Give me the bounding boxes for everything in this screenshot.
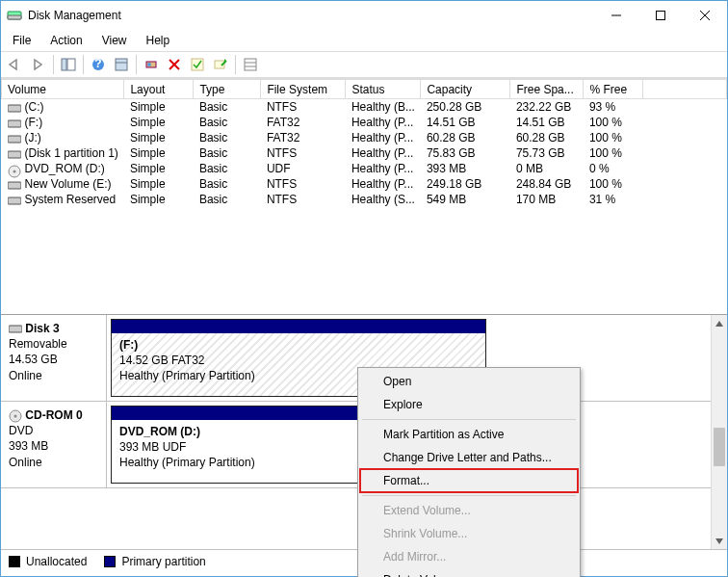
- svg-text:?: ?: [94, 58, 101, 70]
- context-menu: Open Explore Mark Partition as Active Ch…: [357, 367, 581, 577]
- svg-rect-27: [8, 182, 21, 189]
- cdrom0-part-size: 393 MB UDF: [119, 440, 186, 454]
- volume-list[interactable]: VolumeLayoutTypeFile SystemStatusCapacit…: [1, 79, 727, 315]
- refresh-button[interactable]: [141, 54, 162, 75]
- ctx-format[interactable]: Format...: [360, 469, 578, 492]
- menu-file[interactable]: File: [5, 32, 39, 49]
- list-view-button[interactable]: [240, 54, 261, 75]
- svg-rect-3: [657, 12, 665, 20]
- col-header[interactable]: Status: [346, 80, 421, 99]
- table-row[interactable]: (F:)SimpleBasicFAT32Healthy (P...14.51 G…: [2, 115, 727, 130]
- close-button[interactable]: [683, 1, 727, 30]
- table-row[interactable]: DVD_ROM (D:)SimpleBasicUDFHealthy (P...3…: [2, 161, 727, 176]
- cdrom0-size: 393 MB: [9, 439, 48, 453]
- scroll-down-icon[interactable]: [712, 533, 727, 549]
- disk3-part-status: Healthy (Primary Partition): [119, 369, 255, 382]
- ctx-shrink: Shrink Volume...: [360, 522, 578, 545]
- app-icon: [7, 8, 22, 23]
- disk-icon: [8, 180, 21, 190]
- svg-rect-22: [8, 120, 21, 127]
- scrollbar-thumb[interactable]: [714, 428, 725, 466]
- menu-action[interactable]: Action: [42, 32, 90, 49]
- delete-button[interactable]: [164, 54, 185, 75]
- col-header[interactable]: Capacity: [421, 80, 510, 99]
- svg-rect-10: [116, 59, 127, 70]
- svg-rect-7: [67, 59, 75, 70]
- svg-rect-21: [8, 105, 21, 112]
- disk3-left[interactable]: Disk 3 Removable 14.53 GB Online: [1, 315, 107, 401]
- cdrom0-part-status: Healthy (Primary Partition): [119, 456, 255, 469]
- svg-point-26: [13, 170, 15, 172]
- disk-icon: [8, 118, 21, 128]
- disk3-part-label: (F:): [119, 338, 138, 352]
- disk3-state: Online: [9, 369, 42, 382]
- ctx-open[interactable]: Open: [360, 370, 578, 393]
- legend-primary-swatch: [104, 556, 116, 567]
- disk3-size: 14.53 GB: [9, 353, 58, 366]
- svg-rect-24: [8, 151, 21, 158]
- check-button[interactable]: [187, 54, 208, 75]
- disk-icon: [8, 149, 21, 159]
- window-title: Disk Management: [28, 9, 594, 22]
- col-header[interactable]: Free Spa...: [510, 80, 584, 99]
- ctx-mark-active[interactable]: Mark Partition as Active: [360, 423, 578, 446]
- svg-point-31: [14, 414, 17, 417]
- svg-rect-6: [62, 59, 66, 70]
- maximize-button[interactable]: [638, 1, 683, 30]
- col-header[interactable]: Type: [194, 80, 261, 99]
- disk-pane-scrollbar[interactable]: [711, 315, 727, 549]
- menu-help[interactable]: Help: [139, 32, 178, 49]
- legend-unallocated-label: Unallocated: [26, 555, 87, 568]
- menubar: File Action View Help: [1, 30, 727, 51]
- disk3-title: Disk 3: [25, 322, 59, 335]
- table-row[interactable]: (C:)SimpleBasicNTFSHealthy (B...250.28 G…: [2, 99, 727, 116]
- ctx-change-letter[interactable]: Change Drive Letter and Paths...: [360, 446, 578, 469]
- cdrom0-left[interactable]: CD-ROM 0 DVD 393 MB Online: [1, 402, 107, 487]
- col-header[interactable]: Layout: [124, 80, 194, 99]
- menu-view[interactable]: View: [94, 32, 135, 49]
- ctx-add-mirror: Add Mirror...: [360, 545, 578, 568]
- disk3-part-size: 14.52 GB FAT32: [119, 354, 205, 367]
- table-row[interactable]: (Disk 1 partition 1)SimpleBasicNTFSHealt…: [2, 145, 727, 161]
- disk-management-window: Disk Management File Action View Help ?: [0, 0, 728, 577]
- properties-button[interactable]: [210, 54, 231, 75]
- svg-rect-1: [8, 15, 21, 19]
- disk-icon: [8, 103, 21, 113]
- legend-primary-label: Primary partition: [121, 555, 205, 568]
- cdrom0-kind: DVD: [9, 424, 33, 437]
- svg-point-13: [147, 63, 151, 66]
- col-header[interactable]: File System: [261, 80, 346, 99]
- svg-rect-18: [245, 59, 256, 70]
- col-header[interactable]: Volume: [2, 80, 124, 99]
- titlebar: Disk Management: [1, 1, 727, 30]
- forward-button[interactable]: [28, 54, 49, 75]
- legend-unallocated-swatch: [9, 556, 20, 567]
- table-header-row[interactable]: VolumeLayoutTypeFile SystemStatusCapacit…: [2, 80, 727, 99]
- cdrom0-part-label: DVD_ROM (D:): [119, 425, 200, 438]
- cdrom0-title: CD-ROM 0: [25, 408, 82, 422]
- disk-icon: [8, 196, 21, 205]
- minimize-button[interactable]: [594, 1, 638, 30]
- svg-rect-29: [9, 326, 22, 332]
- ctx-extend: Extend Volume...: [360, 499, 578, 522]
- svg-rect-23: [8, 136, 21, 143]
- table-row[interactable]: System ReservedSimpleBasicNTFSHealthy (S…: [2, 192, 727, 207]
- ctx-delete[interactable]: Delete Volume...: [360, 568, 578, 577]
- back-button[interactable]: [5, 54, 26, 75]
- show-hide-button[interactable]: [58, 54, 79, 75]
- svg-rect-28: [8, 197, 21, 204]
- cd-icon: [8, 165, 21, 174]
- svg-rect-16: [192, 59, 203, 70]
- toolbar: ?: [1, 51, 727, 78]
- scroll-up-icon[interactable]: [712, 315, 727, 331]
- help-button[interactable]: ?: [88, 54, 109, 75]
- disk3-kind: Removable: [9, 337, 67, 351]
- settings-button[interactable]: [111, 54, 132, 75]
- cdrom0-state: Online: [9, 456, 42, 469]
- col-header[interactable]: % Free: [584, 80, 643, 99]
- table-row[interactable]: (J:)SimpleBasicFAT32Healthy (P...60.28 G…: [2, 130, 727, 145]
- ctx-explore[interactable]: Explore: [360, 393, 578, 416]
- table-row[interactable]: New Volume (E:)SimpleBasicNTFSHealthy (P…: [2, 176, 727, 192]
- disk-icon: [8, 134, 21, 144]
